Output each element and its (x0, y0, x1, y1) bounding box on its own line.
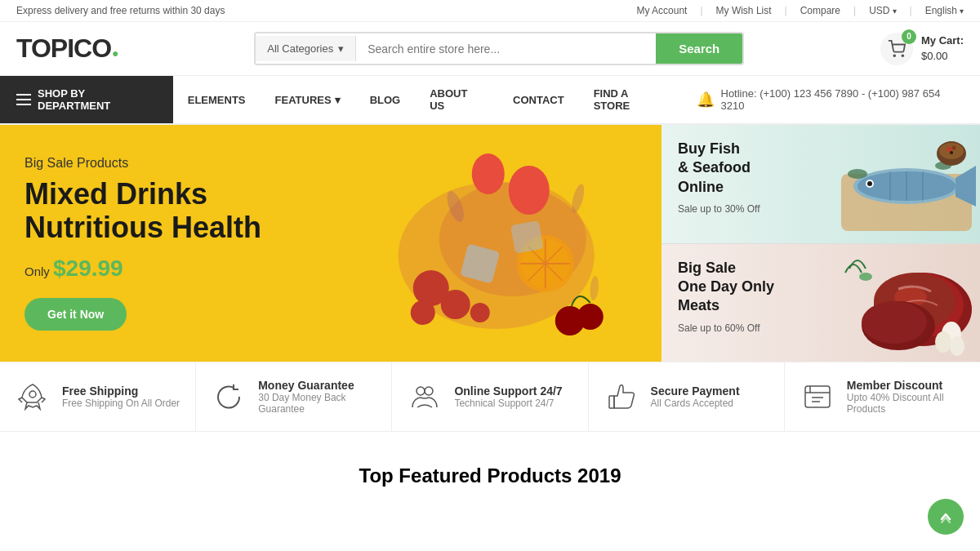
featured-title-bold: Top Featured (359, 464, 482, 487)
feature-sub: Upto 40% Discount All Products (847, 392, 965, 415)
member-discount-text: Member Discount Upto 40% Discount All Pr… (847, 379, 965, 415)
rocket-icon (15, 379, 51, 415)
nav-item-about[interactable]: ABOUT US (415, 76, 498, 123)
meat-card[interactable]: Big Sale One Day Only Meats Sale up to 6… (662, 244, 980, 362)
currency-chevron-icon: ▾ (893, 7, 897, 16)
hero-section: Big Sale Products Mixed Drinks Nutritiou… (0, 125, 980, 362)
nav-item-find-store[interactable]: FIND A STORE (579, 76, 680, 123)
feature-sub: Free Shipping On All Order (62, 398, 180, 409)
cart-icon-wrap[interactable]: 0 (880, 33, 913, 65)
svg-rect-53 (805, 386, 830, 407)
separator4: | (910, 5, 912, 16)
nav-item-features[interactable]: FEATURES ▾ (261, 82, 355, 118)
svg-point-0 (893, 55, 895, 56)
language-chevron-icon: ▾ (960, 7, 964, 16)
meat-card-title: Big Sale One Day Only Meats (678, 259, 964, 316)
featured-title: Top Featured Products 2019 (16, 464, 964, 487)
my-wish-list-link[interactable]: My Wish List (716, 5, 772, 16)
top-bar: Express delivery and free returns within… (0, 0, 980, 22)
fish-card-sub: Sale up to 30% Off (678, 203, 964, 215)
feature-sub: Technical Support 24/7 (454, 398, 562, 409)
main-nav: SHOP BY DEPARTMENT ELEMENTS FEATURES ▾ B… (0, 76, 980, 125)
svg-point-47 (950, 336, 964, 356)
people-icon (407, 379, 443, 415)
cart-price: $0.00 (921, 49, 964, 64)
fish-card-title: Buy Fish & Seafood Online (678, 140, 964, 197)
nav-left: SHOP BY DEPARTMENT ELEMENTS FEATURES ▾ B… (0, 76, 680, 123)
features-chevron-icon: ▾ (335, 94, 341, 106)
nav-right: 🔔 Hotline: (+100) 123 456 7890 - (+100) … (680, 87, 981, 112)
featured-title-regular: Products 2019 (482, 464, 621, 487)
nav-item-elements[interactable]: ELEMENTS (173, 82, 261, 118)
hero-main-banner: Big Sale Products Mixed Drinks Nutritiou… (0, 125, 662, 362)
svg-point-1 (902, 55, 903, 56)
cart-area: 0 My Cart: $0.00 (880, 33, 964, 65)
bell-icon: 🔔 (697, 91, 715, 109)
member-icon (800, 379, 835, 415)
feature-member-discount: Member Discount Upto 40% Discount All Pr… (785, 362, 980, 431)
language-label: English (925, 5, 957, 16)
currency-selector[interactable]: USD ▾ (869, 5, 896, 16)
svg-point-46 (935, 331, 951, 353)
feature-sub: 30 Day Money Back Guarantee (258, 392, 376, 415)
hero-side-cards: Buy Fish & Seafood Online Sale up to 30%… (662, 125, 980, 362)
hero-price-line: Only $29.99 (24, 256, 637, 282)
feature-sub: All Cards Accepted (651, 398, 740, 409)
feature-money-guarantee: Money Guarantee 30 Day Money Back Guaran… (196, 362, 392, 431)
cart-label: My Cart: (921, 33, 964, 48)
logo-text: TOPICO● (16, 33, 118, 64)
separator2: | (785, 5, 787, 16)
header: TOPICO● All Categories ▾ Search 0 My Car… (0, 22, 980, 76)
hamburger-icon (16, 94, 31, 105)
fish-card[interactable]: Buy Fish & Seafood Online Sale up to 30%… (662, 125, 980, 244)
feature-title: Free Shipping (62, 384, 180, 398)
search-category-dropdown[interactable]: All Categories ▾ (256, 36, 356, 61)
online-support-text: Online Support 24/7 Technical Support 24… (454, 384, 562, 409)
feature-title: Online Support 24/7 (454, 384, 562, 398)
featured-section: Top Featured Products 2019 (0, 432, 980, 504)
nav-item-contact[interactable]: CONTACT (498, 82, 579, 118)
top-bar-right: My Account | My Wish List | Compare | US… (636, 5, 964, 16)
hotline-text: Hotline: (+100) 123 456 7890 - (+100) 98… (721, 87, 964, 112)
svg-point-50 (416, 387, 425, 395)
feature-title: Secure Payment (651, 384, 740, 398)
svg-point-49 (29, 391, 36, 398)
thumbsup-icon (604, 379, 639, 415)
hero-tag: Big Sale Products (24, 156, 637, 171)
delivery-text: Express delivery and free returns within… (16, 5, 225, 16)
search-button[interactable]: Search (656, 33, 742, 64)
svg-rect-52 (609, 396, 614, 408)
logo-dot: ● (112, 47, 118, 60)
logo[interactable]: TOPICO● (16, 33, 118, 64)
get-it-now-button[interactable]: Get it Now (24, 298, 127, 331)
feature-online-support: Online Support 24/7 Technical Support 24… (392, 362, 588, 431)
feature-free-shipping: Free Shipping Free Shipping On All Order (0, 362, 196, 431)
separator3: | (853, 5, 856, 16)
search-input[interactable] (356, 34, 656, 64)
secure-payment-text: Secure Payment All Cards Accepted (651, 384, 740, 409)
currency-label: USD (869, 5, 889, 16)
cart-text: My Cart: $0.00 (921, 33, 964, 63)
cart-badge: 0 (902, 29, 916, 44)
separator1: | (700, 5, 702, 16)
my-account-link[interactable]: My Account (636, 5, 687, 16)
language-selector[interactable]: English ▾ (925, 5, 964, 16)
meat-card-sub: Sale up to 60% Off (678, 322, 964, 334)
feature-secure-payment: Secure Payment All Cards Accepted (589, 362, 785, 431)
category-label: All Categories (267, 42, 333, 55)
money-guarantee-text: Money Guarantee 30 Day Money Back Guaran… (258, 379, 376, 415)
feature-title: Member Discount (847, 379, 965, 392)
svg-point-51 (425, 387, 433, 395)
hero-title: Mixed Drinks Nutritious Health (24, 177, 637, 245)
nav-item-blog[interactable]: BLOG (355, 82, 416, 118)
shop-by-department[interactable]: SHOP BY DEPARTMENT (0, 76, 173, 123)
compare-link[interactable]: Compare (800, 5, 840, 16)
hero-price-prefix: Only (24, 264, 50, 278)
refresh-icon (211, 379, 247, 415)
feature-title: Money Guarantee (258, 379, 376, 392)
free-shipping-text: Free Shipping Free Shipping On All Order (62, 384, 180, 409)
search-bar: All Categories ▾ Search (254, 32, 744, 65)
hero-price: $29.99 (53, 256, 123, 281)
shop-dept-label: SHOP BY DEPARTMENT (38, 87, 157, 112)
category-chevron-icon: ▾ (338, 42, 344, 55)
